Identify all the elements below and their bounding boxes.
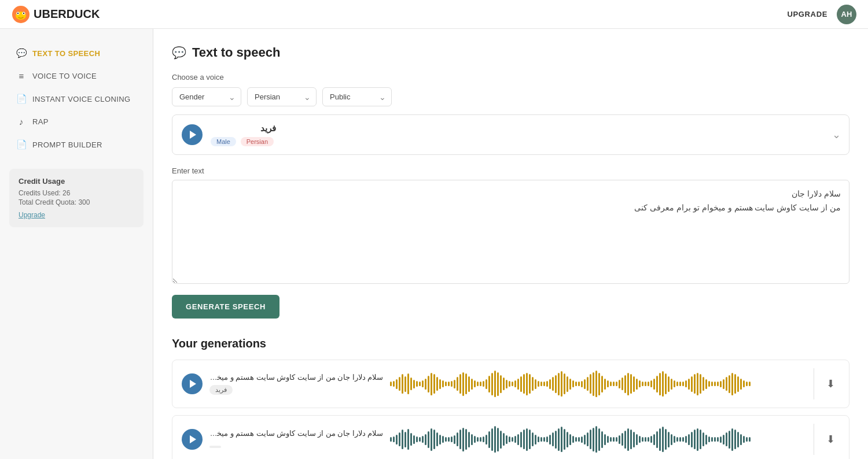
total-quota: Total Credit Quota: 300 — [19, 198, 134, 206]
wave-bar — [679, 437, 681, 442]
voice-expand-icon[interactable]: ⌄ — [832, 128, 841, 141]
download-button-2[interactable]: ⬇ — [821, 430, 840, 449]
wave-bar — [523, 374, 525, 394]
wave-bar — [613, 437, 615, 442]
wave-bar — [688, 379, 690, 390]
wave-bar — [465, 373, 467, 394]
download-button-1[interactable]: ⬇ — [821, 375, 840, 393]
wave-bar — [619, 380, 620, 388]
gender-filter[interactable]: Gender Male Female — [172, 87, 241, 106]
wave-bar — [399, 432, 400, 446]
sidebar-item-label: RAP — [32, 117, 49, 126]
wave-bar — [662, 371, 664, 397]
wave-bar — [523, 430, 525, 449]
wave-bar — [442, 380, 444, 387]
wave-bar — [512, 382, 513, 386]
wave-bar — [428, 431, 429, 448]
wave-bar — [595, 371, 597, 397]
wave-bar — [538, 381, 539, 387]
wave-bar — [425, 434, 426, 445]
wave-bar — [619, 435, 620, 444]
svg-point-4 — [17, 12, 19, 13]
wave-bar — [668, 432, 670, 447]
gen-text-2: سلام دلارا جان من از سایت کاوش سایت هستم… — [209, 429, 383, 438]
wave-bar — [711, 437, 713, 442]
wave-bar — [454, 380, 455, 388]
wave-bar — [546, 381, 548, 387]
waveform-1 — [390, 368, 807, 399]
sidebar-item-instant-voice-cloning[interactable]: 📄 INSTANT VOICE CLONING — [9, 88, 144, 109]
wave-bar — [627, 373, 629, 395]
upgrade-link[interactable]: UPGRADE — [787, 10, 827, 18]
wave-bar — [697, 373, 698, 395]
sidebar-item-text-to-speech[interactable]: 💬 TEXT TO SPEECH — [9, 43, 144, 64]
avatar[interactable]: AH — [837, 5, 856, 24]
wave-bar — [535, 379, 536, 389]
tag-persian: Persian — [241, 137, 274, 146]
wave-bar — [497, 428, 499, 451]
wave-bar — [656, 431, 658, 448]
wave-bar — [575, 382, 577, 386]
credit-upgrade-link[interactable]: Upgrade — [19, 211, 45, 219]
wave-bar — [731, 373, 733, 395]
credit-title: Credit Usage — [19, 177, 134, 186]
wave-bar — [480, 437, 481, 442]
generate-speech-button[interactable]: GENERATE SPEECH — [172, 295, 279, 319]
wave-bar — [555, 375, 557, 393]
wave-bar — [708, 381, 710, 387]
wave-bar — [703, 377, 704, 391]
logo[interactable]: UBERDUCK — [12, 5, 100, 24]
wave-bar — [529, 374, 531, 394]
wave-bar — [529, 430, 531, 449]
wave-bar — [685, 436, 687, 443]
wave-bar — [514, 436, 516, 443]
credits-used: Credits Used: 26 — [19, 189, 134, 197]
visibility-filter-wrap: Public Private — [322, 87, 392, 106]
wave-bar — [543, 437, 545, 442]
sidebar-item-voice-to-voice[interactable]: ≡ VOICE TO VOICE — [9, 66, 144, 86]
wave-bar — [552, 377, 554, 391]
wave-bar — [705, 379, 707, 389]
svg-point-5 — [23, 12, 24, 13]
wave-bar — [549, 435, 551, 445]
gen-text-wrap-2: سلام دلارا جان من از سایت کاوش سایت هستم… — [209, 429, 383, 450]
wave-bar — [512, 437, 513, 442]
wave-bar — [416, 436, 418, 442]
gen-tag-2 — [209, 446, 221, 448]
text-input[interactable]: سلام دلارا جان من از سایت کاوش سایت هستم… — [172, 180, 849, 284]
language-filter[interactable]: Persian English Arabic — [247, 87, 317, 106]
lines-icon: ≡ — [16, 71, 27, 81]
wave-bar — [656, 376, 658, 393]
wave-bar — [729, 431, 730, 449]
wave-bar — [393, 436, 395, 442]
wave-bar — [433, 430, 435, 449]
sidebar-item-rap[interactable]: ♪ RAP — [9, 112, 144, 132]
wave-bar — [723, 435, 724, 445]
wave-bar — [459, 430, 461, 449]
wave-bar — [694, 374, 696, 394]
wave-bar — [610, 382, 612, 386]
wave-bar — [500, 375, 502, 393]
wave-bar — [526, 373, 528, 395]
wave-bar — [636, 379, 638, 390]
gen-play-button-2[interactable] — [182, 429, 203, 450]
wave-bar — [691, 432, 693, 447]
gen-play-button-1[interactable] — [182, 373, 203, 394]
wave-bar — [616, 437, 617, 442]
wave-bar — [688, 434, 690, 445]
wave-bar — [399, 377, 400, 391]
wave-bar — [749, 437, 751, 442]
wave-bar — [743, 380, 745, 387]
visibility-filter[interactable]: Public Private — [322, 87, 392, 106]
wave-bar — [671, 434, 672, 445]
wave-bar — [520, 432, 522, 447]
wave-bar — [714, 382, 716, 386]
wave-bar — [674, 436, 675, 443]
sidebar-item-prompt-builder[interactable]: 📄 PROMPT BUILDER — [9, 134, 144, 155]
logo-icon — [12, 5, 30, 24]
wave-bar — [491, 428, 493, 451]
voice-play-button[interactable] — [182, 124, 203, 145]
wave-bar — [419, 437, 421, 442]
wave-bar — [396, 379, 398, 389]
wave-bar — [694, 430, 696, 449]
